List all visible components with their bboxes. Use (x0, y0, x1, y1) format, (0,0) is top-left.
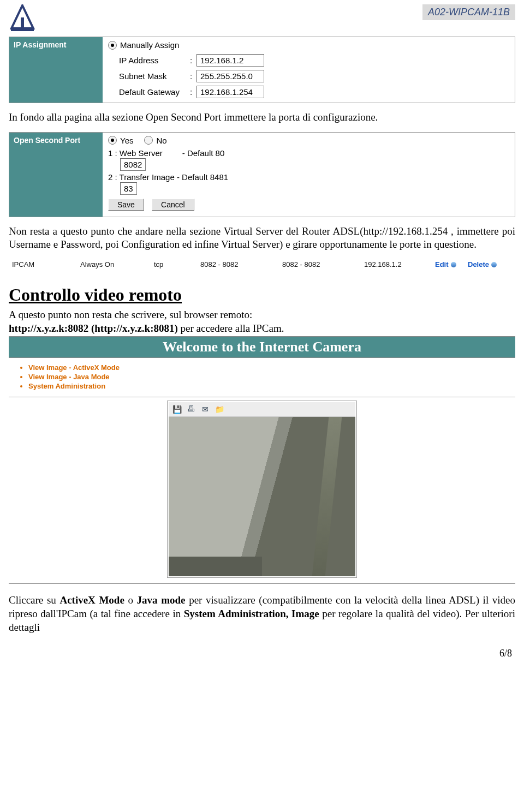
open-second-port-title: Open Second Port (9, 133, 103, 217)
manually-assign-label: Manually Assign (120, 40, 179, 50)
cancel-button[interactable]: Cancel (152, 199, 194, 211)
vs-delete-link[interactable]: Delete (468, 260, 512, 268)
model-badge: A02-WIPCAM-11B (422, 4, 515, 20)
mail-icon[interactable]: ✉ (200, 404, 210, 414)
camera-toolbar: 💾 🖶 ✉ 📁 (169, 402, 355, 417)
ip-address-input[interactable]: 192.168.1.2 (196, 54, 264, 67)
vs-ip: 192.168.1.2 (364, 260, 435, 268)
link-sysadmin[interactable]: System Administration (28, 382, 513, 390)
vs-name: IPCAM (12, 260, 80, 268)
subnet-mask-input[interactable]: 255.255.255.0 (196, 70, 264, 82)
svg-rect-2 (21, 17, 24, 28)
page-number: 6/8 (9, 648, 515, 659)
subnet-mask-label: Subnet Mask (119, 71, 190, 81)
paragraph-1: In fondo alla pagina alla sezione Open S… (9, 111, 515, 124)
osp-no-label: No (156, 136, 166, 145)
camera-preview: 💾 🖶 ✉ 📁 (167, 401, 357, 578)
paragraph-2: Non resta a questo punto che andare nell… (9, 225, 515, 252)
vs-int-ports: 8082 - 8082 (282, 260, 364, 268)
vs-ext-ports: 8082 - 8082 (200, 260, 282, 268)
default-gateway-label: Default Gateway (119, 87, 190, 97)
osp-transfer-label: 2 : Transfer Image - Default 8481 (108, 172, 228, 182)
brand-logo (9, 4, 36, 35)
arrow-icon (491, 262, 497, 267)
osp-no-radio[interactable] (144, 136, 153, 145)
open-second-port-panel: Open Second Port Yes No 1 : Web Server -… (9, 132, 515, 217)
print-icon[interactable]: 🖶 (186, 404, 196, 414)
save-icon[interactable]: 💾 (172, 404, 182, 414)
folder-icon[interactable]: 📁 (215, 404, 224, 414)
section-heading: Controllo video remoto (9, 285, 515, 305)
welcome-banner: Welcome to the Internet Camera (9, 336, 515, 358)
paragraph-4: Cliccare su ActiveX Mode o Java mode per… (9, 594, 515, 634)
vs-protocol: tcp (154, 260, 200, 268)
vs-edit-link[interactable]: Edit (435, 260, 468, 268)
svg-rect-1 (11, 28, 34, 31)
link-java[interactable]: View Image - Java Mode (28, 373, 513, 381)
camera-links: View Image - ActiveX Mode View Image - J… (9, 358, 515, 397)
osp-webserver-input[interactable]: 8082 (120, 158, 146, 171)
ip-assignment-title: IP Assignment (9, 37, 103, 103)
ip-address-label: IP Address (119, 56, 190, 65)
osp-webserver-label: 1 : Web Server (108, 148, 163, 158)
osp-yes-radio[interactable] (108, 136, 117, 145)
manually-assign-radio[interactable] (108, 41, 117, 50)
link-activex[interactable]: View Image - ActiveX Mode (28, 363, 513, 372)
osp-yes-label: Yes (120, 136, 133, 145)
save-button[interactable]: Save (108, 199, 144, 211)
virtual-server-row: IPCAM Always On tcp 8082 - 8082 8082 - 8… (9, 259, 515, 270)
vs-schedule: Always On (80, 260, 154, 268)
ip-assignment-panel: IP Assignment Manually Assign IP Address… (9, 37, 515, 103)
osp-transfer-input[interactable]: 83 (120, 182, 137, 195)
paragraph-3: A questo punto non resta che scrivere, s… (9, 308, 515, 335)
arrow-icon (451, 262, 456, 267)
camera-image (169, 417, 355, 576)
default-gateway-input[interactable]: 192.168.1.254 (196, 86, 264, 98)
osp-webserver-default: - Default 80 (182, 148, 225, 158)
